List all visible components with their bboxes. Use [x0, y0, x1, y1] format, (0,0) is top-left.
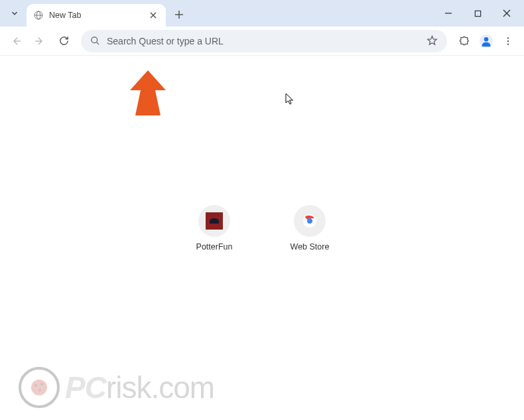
search-tabs-button[interactable] — [5, 4, 24, 23]
shortcut-label: Web Store — [291, 242, 330, 251]
cursor-icon — [285, 93, 296, 106]
tab-title: New Tab — [49, 11, 147, 20]
annotation-arrow-icon — [130, 70, 166, 115]
extensions-button[interactable] — [454, 31, 475, 52]
new-tab-page: PotterFun Web Store PCri — [0, 56, 524, 420]
puzzle-icon — [459, 35, 470, 46]
watermark: PCrisk.com — [19, 367, 214, 408]
shortcuts-grid: PotterFun Web Store — [184, 205, 340, 251]
address-bar[interactable] — [81, 30, 447, 52]
kebab-menu-icon — [503, 36, 513, 46]
omnibox-input[interactable] — [107, 36, 420, 46]
window-controls — [434, 0, 521, 27]
watermark-logo-icon — [19, 367, 60, 408]
svg-point-8 — [484, 37, 488, 41]
svg-point-10 — [507, 40, 509, 41]
shortcut-circle — [294, 205, 326, 237]
shortcut-potterfun[interactable]: PotterFun — [184, 205, 244, 251]
svg-point-11 — [507, 43, 509, 44]
maximize-button[interactable] — [463, 3, 492, 23]
browser-tab[interactable]: New Tab — [27, 4, 166, 27]
close-icon — [503, 9, 511, 17]
forward-button[interactable] — [29, 31, 50, 52]
menu-button[interactable] — [497, 31, 519, 52]
close-icon — [150, 12, 157, 19]
watermark-text: PCrisk.com — [65, 370, 214, 405]
svg-rect-4 — [475, 11, 480, 16]
profile-button[interactable] — [478, 33, 495, 50]
new-tab-button[interactable] — [170, 5, 188, 24]
arrow-left-icon — [10, 35, 22, 47]
minimize-button[interactable] — [434, 3, 463, 23]
svg-point-15 — [32, 380, 46, 395]
search-icon — [90, 36, 100, 46]
close-window-button[interactable] — [492, 3, 521, 23]
shortcut-webstore[interactable]: Web Store — [280, 205, 340, 251]
svg-line-6 — [96, 42, 99, 44]
chrome-icon — [302, 213, 318, 229]
close-tab-button[interactable] — [147, 9, 159, 21]
reload-icon — [58, 35, 70, 46]
svg-point-18 — [38, 389, 41, 391]
title-bar: New Tab — [0, 0, 524, 27]
svg-point-16 — [34, 384, 37, 387]
reload-button[interactable] — [53, 31, 74, 52]
potterfun-favicon — [206, 212, 223, 230]
plus-icon — [174, 10, 184, 19]
toolbar — [0, 27, 524, 56]
globe-icon — [33, 10, 44, 21]
maximize-icon — [474, 10, 482, 17]
chevron-down-icon — [10, 9, 19, 18]
back-button[interactable] — [5, 31, 27, 52]
svg-point-9 — [507, 37, 509, 38]
minimize-icon — [444, 9, 452, 17]
shortcut-label: PotterFun — [196, 242, 233, 251]
arrow-right-icon — [34, 35, 46, 47]
svg-point-17 — [40, 383, 43, 385]
bookmark-star-button[interactable] — [426, 35, 438, 46]
svg-point-5 — [92, 37, 98, 43]
shortcut-circle — [198, 205, 230, 237]
profile-icon — [479, 34, 493, 48]
